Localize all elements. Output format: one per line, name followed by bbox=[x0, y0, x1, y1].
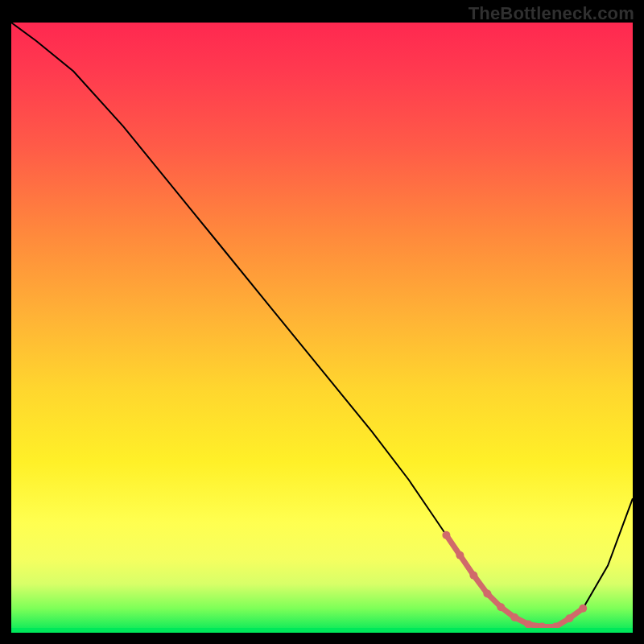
bottleneck-highlight-dots bbox=[442, 531, 587, 631]
highlight-dot bbox=[579, 605, 587, 613]
bottleneck-curve-path bbox=[11, 23, 633, 626]
chart-stage: TheBottleneck.com bbox=[0, 0, 644, 644]
highlight-dot bbox=[483, 590, 491, 598]
highlight-dot bbox=[497, 603, 505, 611]
highlight-dot bbox=[469, 572, 477, 580]
bottleneck-curve-svg bbox=[11, 23, 633, 633]
watermark-text: TheBottleneck.com bbox=[469, 3, 634, 24]
plot-frame bbox=[11, 23, 633, 633]
highlight-dot bbox=[565, 614, 573, 622]
highlight-dot bbox=[510, 613, 518, 621]
plot-area bbox=[11, 23, 633, 633]
highlight-dot bbox=[524, 620, 532, 628]
green-bottom-strip bbox=[11, 628, 633, 633]
highlight-dot bbox=[456, 551, 464, 559]
bottleneck-highlight-path bbox=[446, 535, 583, 627]
highlight-dot bbox=[442, 531, 450, 539]
